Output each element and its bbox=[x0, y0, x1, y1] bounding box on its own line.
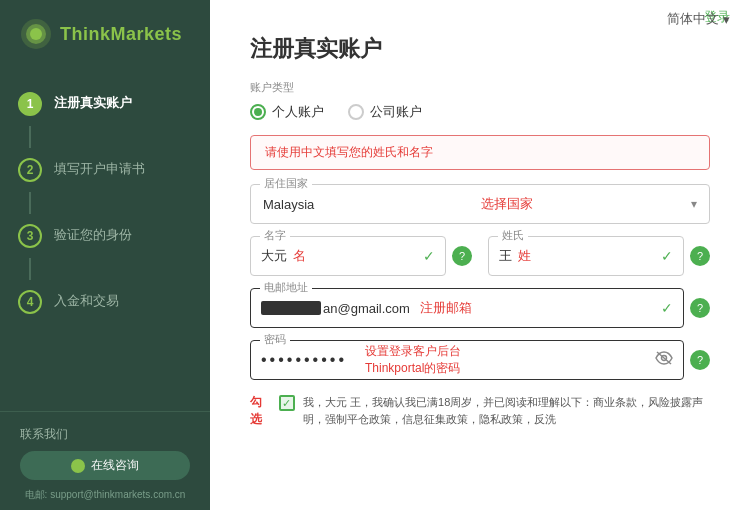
terms-text-content: 我，大元 王，我确认我已满18周岁，并已阅读和理解以下：商业条款，风险披露声明，… bbox=[303, 396, 703, 425]
radio-group: 个人账户 公司账户 bbox=[250, 103, 710, 121]
chevron-down-icon: ▾ bbox=[723, 12, 730, 27]
warning-text: 请使用中文填写您的姓氏和名字 bbox=[265, 145, 433, 159]
password-dots: •••••••••• bbox=[261, 351, 347, 369]
first-name-value: 大元 bbox=[261, 247, 287, 265]
last-name-annotation: 姓 bbox=[518, 247, 531, 265]
page-title: 注册真实账户 bbox=[250, 34, 710, 64]
step-item-2[interactable]: 2 填写开户申请书 bbox=[0, 148, 210, 192]
country-value: Malaysia bbox=[263, 197, 314, 212]
language-selector[interactable]: 简体中文 ▾ bbox=[667, 10, 730, 28]
country-label: 居住国家 bbox=[260, 176, 312, 191]
personal-account-label: 个人账户 bbox=[272, 103, 324, 121]
name-fields: 名字 大元 名 ✓ ? 姓氏 王 姓 ✓ bbox=[250, 236, 710, 288]
country-field-group: 居住国家 Malaysia 选择国家 ▾ bbox=[250, 184, 710, 224]
warning-box: 请使用中文填写您的姓氏和名字 bbox=[250, 135, 710, 170]
svg-point-2 bbox=[30, 28, 42, 40]
main-content: 登录 简体中文 ▾ 注册真实账户 账户类型 个人账户 公司账户 bbox=[210, 0, 750, 510]
step-num-3: 3 bbox=[18, 224, 42, 248]
password-label: 密码 bbox=[260, 332, 290, 347]
account-type-section: 账户类型 个人账户 公司账户 bbox=[250, 80, 710, 121]
chat-icon bbox=[71, 459, 85, 473]
email-check-icon: ✓ bbox=[661, 300, 673, 316]
radio-dot-personal bbox=[254, 108, 262, 116]
company-account-radio[interactable]: 公司账户 bbox=[348, 103, 422, 121]
first-name-check-icon: ✓ bbox=[423, 248, 435, 264]
step-item-1[interactable]: 1 注册真实账户 bbox=[0, 82, 210, 126]
step-label-1: 注册真实账户 bbox=[54, 94, 132, 112]
country-annotation: 选择国家 bbox=[481, 195, 533, 213]
email-input-wrapper[interactable]: an@gmail.com 注册邮箱 ✓ bbox=[250, 288, 684, 328]
personal-account-radio[interactable]: 个人账户 bbox=[250, 103, 324, 121]
password-annotation-2: Thinkportal的密码 bbox=[365, 360, 655, 377]
first-name-group: 名字 大元 名 ✓ ? bbox=[250, 236, 472, 276]
last-name-label: 姓氏 bbox=[498, 228, 528, 243]
password-help-icon[interactable]: ? bbox=[690, 350, 710, 370]
step-label-3: 验证您的身份 bbox=[54, 226, 132, 244]
logo-icon bbox=[20, 18, 52, 50]
chevron-down-icon: ▾ bbox=[691, 197, 697, 211]
form-area: 注册真实账户 账户类型 个人账户 公司账户 请使用中文填写您的姓氏和名字 bbox=[210, 34, 750, 448]
step-item-4[interactable]: 4 入金和交易 bbox=[0, 280, 210, 324]
email-label: 电邮地址 bbox=[260, 280, 312, 295]
checkbox-annotation: 勾选 bbox=[250, 394, 265, 428]
password-visibility-toggle-icon[interactable] bbox=[655, 351, 673, 369]
contact-section: 联系我们 在线咨询 电邮: support@thinkmarkets.com.c… bbox=[0, 411, 210, 510]
checkbox-check-icon: ✓ bbox=[282, 397, 291, 410]
step-num-4: 4 bbox=[18, 290, 42, 314]
sidebar: ThinkMarkets 1 注册真实账户 2 填写开户申请书 3 验证您的身份… bbox=[0, 0, 210, 510]
email-redacted-part bbox=[261, 301, 321, 315]
email-field-group: 电邮地址 an@gmail.com 注册邮箱 ✓ ? bbox=[250, 288, 710, 328]
logo-area: ThinkMarkets bbox=[0, 0, 210, 72]
email-help-icon[interactable]: ? bbox=[690, 298, 710, 318]
chat-btn-label: 在线咨询 bbox=[91, 457, 139, 474]
step-connector-2 bbox=[29, 192, 31, 214]
email-suffix: an@gmail.com bbox=[323, 301, 410, 316]
password-field-group: 密码 •••••••••• 设置登录客户后台 Thinkportal的密码 bbox=[250, 340, 710, 380]
last-name-group: 姓氏 王 姓 ✓ ? bbox=[488, 236, 710, 276]
last-name-help-icon[interactable]: ? bbox=[690, 246, 710, 266]
password-input-wrapper[interactable]: •••••••••• 设置登录客户后台 Thinkportal的密码 bbox=[250, 340, 684, 380]
steps-container: 1 注册真实账户 2 填写开户申请书 3 验证您的身份 4 入金和交易 bbox=[0, 72, 210, 411]
support-email: 电邮: support@thinkmarkets.com.cn bbox=[20, 488, 190, 502]
first-name-label: 名字 bbox=[260, 228, 290, 243]
terms-checkbox-row: 勾选 ✓ 我，大元 王，我确认我已满18周岁，并已阅读和理解以下：商业条款，风险… bbox=[250, 394, 710, 428]
last-name-value: 王 bbox=[499, 247, 512, 265]
logo-text: ThinkMarkets bbox=[60, 24, 182, 45]
first-name-annotation: 名 bbox=[293, 247, 306, 265]
email-field-row: an@gmail.com 注册邮箱 ✓ ? bbox=[250, 288, 710, 328]
step-connector-3 bbox=[29, 258, 31, 280]
country-field-row: Malaysia 选择国家 ▾ bbox=[250, 184, 710, 224]
lang-label: 简体中文 bbox=[667, 10, 719, 28]
first-name-help-icon[interactable]: ? bbox=[452, 246, 472, 266]
contact-title: 联系我们 bbox=[20, 426, 190, 443]
step-item-3[interactable]: 3 验证您的身份 bbox=[0, 214, 210, 258]
password-annotations: 设置登录客户后台 Thinkportal的密码 bbox=[357, 343, 655, 377]
account-type-label: 账户类型 bbox=[250, 80, 710, 95]
last-name-check-icon: ✓ bbox=[661, 248, 673, 264]
terms-checkbox[interactable]: ✓ bbox=[279, 395, 295, 411]
company-account-label: 公司账户 bbox=[370, 103, 422, 121]
radio-circle-personal bbox=[250, 104, 266, 120]
chat-button[interactable]: 在线咨询 bbox=[20, 451, 190, 480]
step-label-2: 填写开户申请书 bbox=[54, 160, 145, 178]
email-annotation: 注册邮箱 bbox=[420, 299, 472, 317]
step-label-4: 入金和交易 bbox=[54, 292, 119, 310]
password-annotation-1: 设置登录客户后台 bbox=[365, 343, 655, 360]
radio-circle-company bbox=[348, 104, 364, 120]
country-select[interactable]: Malaysia 选择国家 ▾ bbox=[250, 184, 710, 224]
password-field-row: •••••••••• 设置登录客户后台 Thinkportal的密码 ? bbox=[250, 340, 710, 380]
terms-text: 我，大元 王，我确认我已满18周岁，并已阅读和理解以下：商业条款，风险披露声明，… bbox=[303, 394, 710, 427]
step-num-2: 2 bbox=[18, 158, 42, 182]
step-connector-1 bbox=[29, 126, 31, 148]
step-num-1: 1 bbox=[18, 92, 42, 116]
